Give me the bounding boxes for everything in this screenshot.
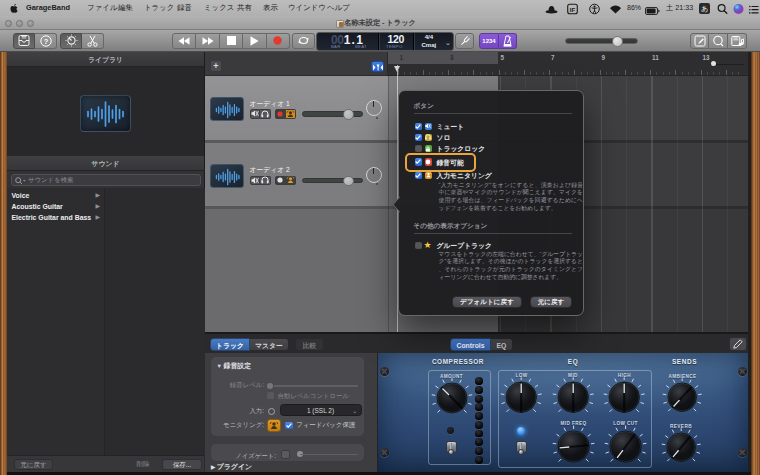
monitor-checkbox[interactable] xyxy=(415,172,423,180)
menu-item[interactable]: 編集 xyxy=(118,0,133,16)
track-input-monitoring-button[interactable] xyxy=(286,176,297,186)
count-in-button[interactable]: 1234 xyxy=(479,33,499,49)
knob-mid-freq[interactable] xyxy=(551,424,596,469)
menu-item[interactable]: 表示 xyxy=(263,0,278,16)
title-bar[interactable]: 名称未設定 - トラック xyxy=(0,16,760,30)
rec-level-slider-thumb[interactable] xyxy=(267,383,273,389)
track-mute-button[interactable] xyxy=(250,109,261,119)
track-solo-button[interactable] xyxy=(260,109,271,119)
sound-list-item[interactable]: Electric Guitar and Bass▶ xyxy=(7,212,104,223)
zoom-slider-thumb[interactable] xyxy=(711,61,716,66)
menu-item[interactable]: ヘルプ xyxy=(327,0,350,16)
knob-ambience[interactable] xyxy=(661,376,703,418)
segment-eq[interactable]: EQ xyxy=(491,338,513,351)
add-track-button[interactable]: + xyxy=(210,60,222,72)
forward-button[interactable] xyxy=(196,33,219,49)
tuner-button[interactable] xyxy=(455,33,474,49)
play-button[interactable] xyxy=(243,33,266,49)
undo-button[interactable]: 元に戻す xyxy=(14,459,53,470)
lcd-position-cell[interactable]: 001.1 BAR BEAT xyxy=(317,33,378,50)
siri-menu-icon[interactable] xyxy=(733,3,744,15)
playhead-marker[interactable] xyxy=(394,66,400,72)
lcd-tempo-cell[interactable]: 120 TEMPO xyxy=(379,33,413,50)
track-mute-button[interactable] xyxy=(250,176,261,186)
edit-pencil-button[interactable] xyxy=(729,337,747,351)
track-pan-knob[interactable] xyxy=(366,100,382,116)
menu-item[interactable]: 共有 xyxy=(237,0,252,16)
compare-button[interactable]: 比較 xyxy=(295,338,324,351)
sound-list-item[interactable]: Voice▶ xyxy=(7,190,104,201)
knob-high[interactable] xyxy=(602,375,646,419)
restore-defaults-button[interactable]: デフォルトに戻す xyxy=(452,296,522,308)
revert-button[interactable]: 元に戻す xyxy=(530,296,572,308)
input-source-icon[interactable]: あ xyxy=(699,3,710,14)
cycle-button[interactable] xyxy=(292,33,315,49)
spotlight-menu-icon[interactable] xyxy=(717,3,728,15)
loop-browser-button[interactable] xyxy=(709,33,728,49)
save-button[interactable]: 保存... xyxy=(162,459,202,470)
menu-item[interactable]: 録音 xyxy=(177,0,192,16)
master-volume-slider[interactable] xyxy=(565,38,638,44)
knob-mid[interactable] xyxy=(551,375,595,419)
mute-checkbox[interactable] xyxy=(415,123,423,131)
auto-level-checkbox[interactable] xyxy=(267,392,274,399)
media-browser-button[interactable] xyxy=(728,33,747,49)
library-toggle-button[interactable] xyxy=(13,33,35,49)
compressor-toggle-switch[interactable] xyxy=(445,438,458,456)
lcd-key-cell[interactable]: 4/4 Cmaj xyxy=(414,33,445,50)
track-input-monitoring-button[interactable] xyxy=(286,109,297,119)
accessibility-menu-icon[interactable] xyxy=(589,3,600,15)
track-volume-thumb[interactable] xyxy=(343,176,354,187)
master-volume-thumb[interactable] xyxy=(612,36,623,47)
lock-checkbox[interactable] xyxy=(415,145,423,153)
popover-row-headphones[interactable]: ソロ xyxy=(414,132,579,143)
record-button[interactable] xyxy=(267,33,290,49)
menu-item[interactable]: ミックス xyxy=(204,0,234,16)
lcd-menu-cell[interactable]: ⌄ xyxy=(444,33,453,50)
noise-gate-checkbox[interactable] xyxy=(281,450,290,459)
input-format-icon[interactable] xyxy=(268,408,275,415)
recording-settings-disclosure[interactable]: ▼ 録音設定 xyxy=(217,361,252,371)
editors-button[interactable] xyxy=(82,33,104,49)
menu-item[interactable]: ウインドウ xyxy=(288,0,326,16)
tab-master[interactable]: マスター xyxy=(250,338,289,351)
eq-toggle-switch[interactable] xyxy=(515,438,528,456)
rec-level-slider[interactable] xyxy=(274,385,358,387)
track-volume-thumb[interactable] xyxy=(343,109,354,120)
timeline-ruler[interactable]: 135791113 xyxy=(388,52,748,76)
if-menu-icon[interactable]: IF xyxy=(567,3,578,15)
lcd-display[interactable]: 001.1 BAR BEAT 120 TEMPO 4/4 Cmaj ⌄ xyxy=(316,32,454,51)
menu-item[interactable]: ファイル xyxy=(87,0,117,16)
menu-clock[interactable]: 土 21:33 xyxy=(666,0,693,16)
apple-menu-icon[interactable] xyxy=(10,3,19,15)
menu-app-name[interactable]: GarageBand xyxy=(26,0,70,16)
wifi-menu-icon[interactable] xyxy=(609,4,622,16)
segment-controls[interactable]: Controls xyxy=(450,338,491,351)
group-track-checkbox[interactable] xyxy=(415,242,423,250)
stop-button[interactable] xyxy=(220,33,243,49)
track-record-enable-button[interactable] xyxy=(275,109,286,119)
noise-gate-slider[interactable] xyxy=(300,454,358,456)
feedback-protection-checkbox[interactable] xyxy=(285,422,293,430)
menu-item[interactable]: トラック xyxy=(144,0,174,16)
track-pan-knob[interactable] xyxy=(366,167,382,183)
search-input[interactable]: サウンドを検索 xyxy=(11,174,201,186)
sound-list-item[interactable]: Acoustic Guitar▶ xyxy=(7,201,104,212)
headphones-checkbox[interactable] xyxy=(415,134,423,142)
knob-low[interactable] xyxy=(499,375,543,419)
plugins-disclosure[interactable]: ▶ プラグイン xyxy=(211,462,252,472)
knob-reverb[interactable] xyxy=(660,426,702,468)
metronome-button[interactable] xyxy=(499,33,517,49)
knob-low-cut[interactable] xyxy=(603,424,648,469)
quick-help-button[interactable]: ? xyxy=(35,33,57,49)
smart-controls-button[interactable] xyxy=(60,33,82,49)
notepad-button[interactable] xyxy=(690,33,709,49)
knob-amount[interactable] xyxy=(430,376,474,420)
notification-center-icon[interactable] xyxy=(749,4,759,16)
catch-playhead-button[interactable] xyxy=(371,61,384,72)
tab-track[interactable]: トラック xyxy=(210,338,250,351)
battery-icon[interactable] xyxy=(645,5,660,17)
track-volume-slider[interactable] xyxy=(302,178,363,184)
track-volume-slider[interactable] xyxy=(302,111,363,117)
track-record-enable-button[interactable] xyxy=(275,176,286,186)
